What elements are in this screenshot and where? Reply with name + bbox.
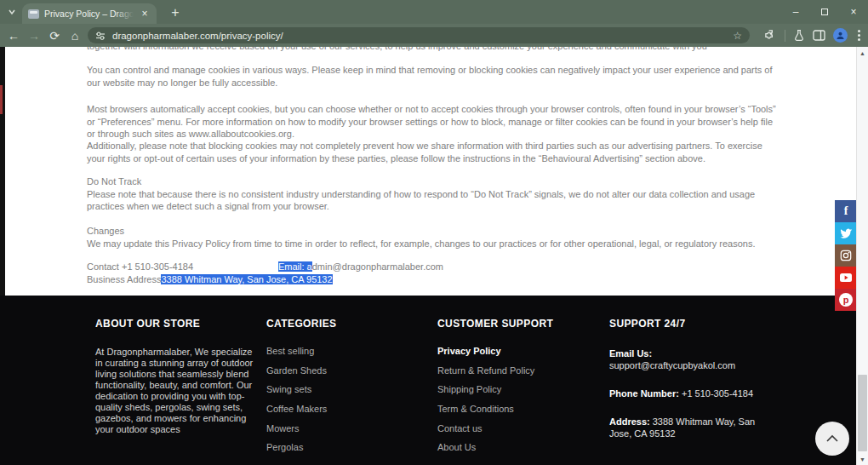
- do-not-track-body: Please note that because there is no con…: [87, 188, 776, 213]
- footer-link-pergolas[interactable]: Pergolas: [266, 442, 411, 462]
- profile-avatar[interactable]: [833, 28, 848, 43]
- changes-body: We may update this Privacy Policy from t…: [87, 238, 776, 250]
- tab-close-icon[interactable]: ×: [139, 9, 151, 19]
- flask-icon[interactable]: [793, 29, 805, 42]
- person-icon: [836, 31, 845, 40]
- section-do-not-track: Do Not Track Please note that because th…: [87, 175, 776, 213]
- window-controls: – ×: [781, 0, 868, 24]
- tab-favicon-icon: [28, 9, 39, 19]
- reload-icon[interactable]: ⟳: [44, 24, 65, 47]
- youtube-icon: [839, 273, 853, 283]
- footer-support247-heading: SUPPORT 24/7: [609, 318, 762, 330]
- business-address-label: Business Address: [87, 274, 161, 284]
- twitter-button[interactable]: [835, 222, 856, 244]
- selected-text-email: Email: a: [278, 261, 312, 272]
- footer-about-text: At Dragonpharmalaber, We specialize in c…: [95, 347, 255, 435]
- paragraph-blocking-cookies: Additionally, please note that blocking …: [87, 140, 776, 164]
- forward-icon[interactable]: →: [24, 24, 44, 47]
- clipped-paragraph: together with information we receive bas…: [87, 47, 776, 53]
- contact-email: Email: admin@dragonpharmalaber.com: [278, 261, 443, 273]
- footer-link-shipping-policy[interactable]: Shipping Policy: [437, 384, 591, 404]
- chevron-up-icon: [825, 434, 839, 443]
- site-settings-icon[interactable]: [95, 31, 106, 41]
- pinterest-icon: p: [839, 293, 853, 307]
- maximize-button[interactable]: [810, 0, 839, 24]
- footer-link-about-us[interactable]: About Us: [437, 442, 591, 462]
- footer-link-best-selling[interactable]: Best selling: [266, 346, 411, 365]
- footer-support247-column: SUPPORT 24/7 Email Us: support@craftycup…: [609, 318, 762, 439]
- footer-email-value[interactable]: support@craftycupbyakol.com: [609, 360, 735, 370]
- footer-support-column: CUSTOMER SUPPORT Privacy Policy Return &…: [437, 318, 591, 462]
- left-edge-strip: [0, 47, 5, 296]
- url-text[interactable]: dragonpharmalaber.com/privacy-policy/: [112, 31, 283, 41]
- footer-link-garden-sheds[interactable]: Garden Sheds: [266, 365, 411, 385]
- social-rail: f p: [835, 200, 856, 311]
- paragraph-cookies-control: You can control and manage cookies in va…: [87, 64, 776, 89]
- footer-about-heading: ABOUT OUR STORE: [95, 318, 255, 330]
- browser-toolbar: ← → ⟳ ⌂ dragonpharmalaber.com/privacy-po…: [0, 24, 868, 47]
- footer-email-item: Email Us: support@craftycupbyakol.com: [609, 347, 762, 371]
- left-edge-red-marker: [0, 85, 3, 114]
- twitter-icon: [840, 228, 852, 238]
- footer-phone-item: Phone Number: +1 510-305-4184: [609, 388, 762, 399]
- window-close-button[interactable]: ×: [839, 0, 868, 24]
- selected-text-address: 3388 Whitman Way, San Jose, CA 95132: [161, 274, 332, 284]
- facebook-icon: f: [844, 204, 848, 218]
- changes-heading: Changes: [87, 225, 776, 238]
- site-footer: ABOUT OUR STORE At Dragonpharmalaber, We…: [0, 296, 856, 465]
- footer-link-coffee-makers[interactable]: Coffee Makers: [266, 404, 411, 423]
- menu-kebab-icon[interactable]: [855, 30, 863, 41]
- section-changes: Changes We may update this Privacy Polic…: [87, 225, 776, 250]
- contact-email-rest[interactable]: dmin@dragonpharmalaber.com: [312, 261, 443, 272]
- footer-link-return-refund[interactable]: Return & Refund Policy: [437, 365, 591, 385]
- footer-about-column: ABOUT OUR STORE At Dragonpharmalaber, We…: [95, 318, 255, 435]
- bookmark-star-icon[interactable]: ☆: [733, 30, 742, 42]
- tab-strip: Privacy Policy – Dragonpharmal × + – ×: [0, 0, 868, 24]
- facebook-button[interactable]: f: [835, 200, 856, 222]
- new-tab-button[interactable]: +: [167, 4, 184, 21]
- toolbar-right-icons: [764, 24, 863, 47]
- page-viewport: together with information we receive bas…: [0, 47, 856, 465]
- youtube-button[interactable]: [835, 267, 856, 289]
- footer-categories-column: CATEGORIES Best selling Garden Sheds Swi…: [266, 318, 411, 462]
- footer-phone-label: Phone Number:: [609, 388, 679, 399]
- footer-link-privacy-policy[interactable]: Privacy Policy: [437, 346, 591, 365]
- scroll-to-top-button[interactable]: [815, 422, 849, 456]
- footer-categories-heading: CATEGORIES: [266, 318, 411, 330]
- footer-link-contact-us[interactable]: Contact us: [437, 423, 591, 443]
- contact-line: Contact +1 510-305-4184 Email: admin@dra…: [87, 261, 776, 273]
- browser-window: Privacy Policy – Dragonpharmal × + – × ←…: [0, 0, 868, 465]
- footer-link-mowers[interactable]: Mowers: [266, 423, 411, 443]
- do-not-track-heading: Do Not Track: [87, 175, 776, 188]
- tab-title: Privacy Policy – Dragonpharmal: [44, 8, 134, 20]
- footer-link-swing-sets[interactable]: Swing sets: [266, 384, 411, 404]
- page-scrollbar[interactable]: ▲ ▼: [856, 47, 868, 465]
- minimize-button[interactable]: –: [781, 0, 810, 24]
- chevron-down-icon[interactable]: [6, 6, 18, 18]
- footer-link-terms[interactable]: Term & Conditions: [437, 404, 591, 423]
- scrollbar-up-arrow[interactable]: ▲: [857, 48, 868, 58]
- instagram-button[interactable]: [835, 244, 856, 267]
- maximize-icon: [821, 9, 828, 15]
- footer-address-item: Address: 3388 Whitman Way, San Jose, CA …: [609, 416, 762, 439]
- footer-support-heading: CUSTOMER SUPPORT: [437, 318, 591, 330]
- home-icon[interactable]: ⌂: [65, 24, 85, 47]
- side-panel-icon[interactable]: [813, 30, 825, 41]
- footer-address-label: Address:: [609, 416, 650, 427]
- pinterest-button[interactable]: p: [835, 289, 856, 311]
- scrollbar-down-arrow[interactable]: ▼: [857, 454, 868, 464]
- browser-tab[interactable]: Privacy Policy – Dragonpharmal ×: [22, 3, 157, 24]
- toolbar-divider: [785, 30, 785, 42]
- back-icon[interactable]: ←: [3, 24, 24, 47]
- business-address-line: Business Address3388 Whitman Way, San Jo…: [87, 273, 776, 286]
- address-bar[interactable]: dragonpharmalaber.com/privacy-policy/ ☆: [88, 27, 750, 43]
- scrollbar-thumb[interactable]: [858, 375, 867, 451]
- instagram-icon: [840, 250, 852, 261]
- contact-phone: Contact +1 510-305-4184: [87, 261, 193, 272]
- footer-phone-value[interactable]: +1 510-305-4184: [679, 388, 753, 399]
- extensions-icon[interactable]: [764, 29, 777, 42]
- footer-email-label: Email Us:: [609, 348, 652, 359]
- paragraph-browsers: Most browsers automatically accept cooki…: [87, 103, 776, 141]
